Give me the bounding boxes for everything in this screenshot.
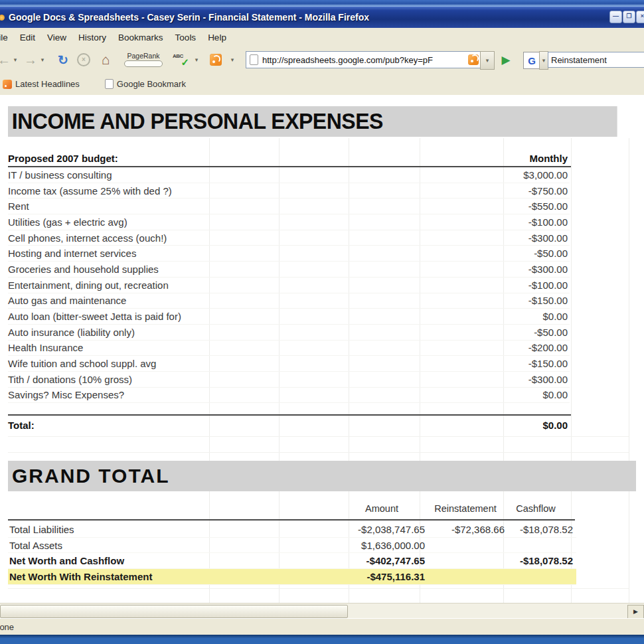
- income-row-amount: -$100.00: [528, 216, 570, 228]
- income-row-amount: -$300.00: [528, 232, 570, 244]
- income-row-amount: -$550.00: [528, 201, 570, 212]
- income-row-label: Tith / donations (10% gross): [8, 374, 132, 385]
- menu-view[interactable]: View: [41, 33, 72, 42]
- income-row-label: Groceries and household supplies: [8, 264, 159, 275]
- navigation-toolbar: ← ▾ → ▾ ↻ × ⌂ PageRank ABC✓ ▾ ▾ ▾ ▶ G ▾: [0, 46, 644, 74]
- grand-total-row: Total Liabilities-$2,038,747.65-$72,368.…: [8, 522, 576, 538]
- bookmark-label: Latest Headlines: [15, 79, 80, 89]
- forward-dropdown-icon[interactable]: ▾: [39, 46, 46, 73]
- feed-icon: [3, 80, 12, 89]
- menu-help[interactable]: Help: [202, 33, 232, 42]
- grid-line: [8, 588, 629, 589]
- title-bar: Google Docs & Spreadsheets - Casey Serin…: [0, 7, 644, 28]
- income-row-label: Wife tuition and school suppl. avg: [8, 358, 156, 369]
- grand-total-title-text: GRAND TOTAL: [12, 465, 170, 487]
- grand-row-amount: -$475,116.31: [292, 571, 425, 582]
- forward-icon[interactable]: →: [23, 46, 39, 73]
- page-icon: [105, 79, 114, 89]
- stop-icon[interactable]: ×: [76, 46, 91, 73]
- income-row-label: Income tax (assume 25% with ded ?): [8, 185, 172, 197]
- browser-window: Google Docs & Spreadsheets - Casey Serin…: [0, 0, 644, 644]
- home-icon[interactable]: ⌂: [97, 46, 114, 73]
- budget-header-label: Proposed 2007 budget:: [8, 153, 118, 164]
- income-row-label: Health Insurance: [8, 342, 83, 353]
- horizontal-scrollbar[interactable]: ▶: [0, 603, 644, 619]
- spellcheck-icon[interactable]: ABC✓: [171, 46, 190, 73]
- grand-row-label: Net Worth With Reinstatement: [9, 571, 152, 582]
- bookmark-latest-headlines[interactable]: Latest Headlines: [0, 79, 86, 89]
- income-total-row: Total: $0.00: [8, 417, 570, 433]
- income-row-label: IT / business consulting: [8, 169, 112, 181]
- income-row-amount: -$300.00: [528, 374, 570, 385]
- grand-row-label: Net Worth and Cashflow: [9, 555, 124, 566]
- desktop-edge-strip: [0, 635, 644, 644]
- income-title-text: INCOME AND PERSONAL EXPENSES: [12, 109, 383, 134]
- grand-row-amount: $1,636,000.00: [292, 540, 425, 551]
- income-row-label: Savings? Misc Expenses?: [8, 389, 124, 400]
- section-title-grand-total: GRAND TOTAL: [8, 461, 636, 491]
- maximize-button[interactable]: ❐: [623, 11, 635, 23]
- refresh-icon[interactable]: ↻: [54, 46, 72, 73]
- income-row-label: Hosting and internet services: [8, 248, 136, 259]
- income-row-label: Rent: [8, 201, 29, 212]
- menu-bar: File Edit View History Bookmarks Tools H…: [0, 28, 644, 47]
- grand-row-amount: -$2,038,747.65: [292, 524, 425, 535]
- go-button[interactable]: ▶: [497, 46, 515, 73]
- income-row: Cell phones, internet access (ouch!)-$30…: [8, 230, 570, 246]
- menu-edit[interactable]: Edit: [14, 33, 41, 42]
- income-row-label: Auto loan (bitter-sweet Jetta is paid fo…: [8, 311, 181, 322]
- income-row-label: Cell phones, internet access (ouch!): [8, 232, 167, 244]
- menu-history[interactable]: History: [72, 33, 112, 42]
- grand-total-row: Net Worth With Reinstatement-$475,116.31: [8, 569, 576, 585]
- income-row-amount: -$150.00: [528, 295, 570, 306]
- desktop-edge-strip: [0, 0, 644, 7]
- menu-tools[interactable]: Tools: [169, 33, 202, 42]
- spellcheck-dropdown-icon[interactable]: ▾: [193, 46, 201, 73]
- grand-row-label: Total Assets: [9, 540, 62, 551]
- back-icon[interactable]: ←: [0, 46, 12, 73]
- grand-row-label: Total Liabilities: [9, 524, 74, 535]
- scrollbar-thumb[interactable]: [0, 605, 348, 618]
- menu-file[interactable]: File: [0, 33, 14, 42]
- bookmark-google-bookmark[interactable]: Google Bookmark: [98, 79, 193, 89]
- pagerank-indicator[interactable]: PageRank: [121, 46, 166, 73]
- google-logo-icon[interactable]: G: [523, 52, 540, 69]
- scroll-right-arrow-icon[interactable]: ▶: [627, 605, 644, 619]
- rss-toolbar-icon[interactable]: [208, 46, 223, 73]
- grid-line: [629, 138, 629, 644]
- income-row-amount: -$300.00: [528, 264, 570, 275]
- grand-row-reinstatement: -$72,368.66: [430, 524, 505, 535]
- url-input[interactable]: [262, 55, 468, 65]
- income-row-amount: -$150.00: [528, 358, 570, 369]
- grid-line: [8, 436, 629, 437]
- rss-dropdown-icon[interactable]: ▾: [228, 46, 236, 73]
- income-row-amount: -$50.00: [534, 248, 570, 259]
- minimize-button[interactable]: —: [609, 11, 622, 23]
- income-row: Income tax (assume 25% with ded ?)-$750.…: [8, 183, 570, 199]
- income-row: IT / business consulting$3,000.00: [8, 167, 570, 183]
- income-row: Rent-$550.00: [8, 199, 570, 214]
- income-row: Auto gas and maintenance-$150.00: [8, 293, 570, 309]
- income-row: Health Insurance-$200.00: [8, 341, 570, 357]
- total-label: Total:: [8, 420, 35, 431]
- pagerank-label: PageRank: [127, 52, 159, 60]
- search-engine-dropdown[interactable]: ▾: [539, 51, 548, 70]
- page-content: INCOME AND PERSONAL EXPENSES Proposed 20…: [0, 95, 644, 603]
- income-row: Auto loan (bitter-sweet Jetta is paid fo…: [8, 309, 570, 325]
- amount-column-header: Amount: [339, 503, 425, 514]
- total-rule: [8, 414, 571, 416]
- grand-row-cashflow: -$18,078.52: [510, 555, 573, 566]
- income-table-header: Proposed 2007 budget: Monthly: [8, 150, 570, 166]
- search-input[interactable]: [548, 52, 644, 68]
- income-row-label: Auto gas and maintenance: [8, 295, 126, 306]
- close-button[interactable]: ×: [636, 11, 644, 23]
- url-history-dropdown[interactable]: ▾: [480, 51, 495, 70]
- feed-subscribe-icon[interactable]: [468, 54, 479, 65]
- bookmarks-toolbar: Latest Headlines Google Bookmark: [0, 73, 644, 96]
- url-field: [246, 51, 481, 68]
- grand-row-cashflow: -$18,078.52: [510, 524, 573, 535]
- income-row: Auto insurance (liability only)-$50.00: [8, 325, 570, 341]
- menu-bookmarks[interactable]: Bookmarks: [112, 33, 169, 42]
- back-dropdown-icon[interactable]: ▾: [11, 46, 19, 73]
- income-row: Wife tuition and school suppl. avg-$150.…: [8, 356, 570, 372]
